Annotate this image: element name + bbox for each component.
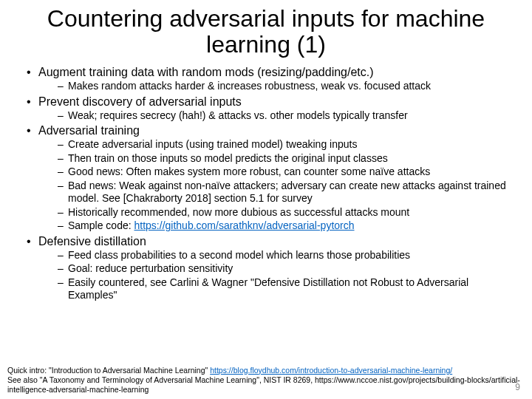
footer-link[interactable]: https://blog.floydhub.com/introduction-t… [210,366,452,375]
sub-list: Weak; requires secrecy (hah!) & attacks … [38,109,519,123]
footer-line-2: See also "A Taxonomy and Terminology of … [7,375,525,395]
sub-item: Historically recommended, now more dubio… [58,206,519,219]
bullet-list: Augment training data with random mods (… [13,65,519,302]
sub-item: Bad news: Weak against non-naïve attacke… [58,180,519,205]
bullet-item: Prevent discovery of adversarial inputs … [27,95,519,123]
bullet-text: Augment training data with random mods (… [38,66,374,78]
bullet-text: Defensive distillation [38,235,146,248]
sub-list: Create adversarial inputs (using trained… [38,138,519,233]
slide: Countering adversarial inputs for machin… [0,0,532,399]
sub-text-prefix: Sample code: [68,219,134,231]
sub-item: Feed class probabilities to a second mod… [58,249,519,262]
sub-item: Sample code: https://github.com/sarathkn… [58,219,519,233]
page-number: 9 [515,382,520,393]
sub-item: Good news: Often makes system more robus… [58,166,519,179]
sub-list: Makes random attacks harder & increases … [38,80,519,93]
slide-title: Countering adversarial inputs for machin… [13,6,519,58]
sub-item: Create adversarial inputs (using trained… [58,138,519,151]
sub-item: Makes random attacks harder & increases … [58,80,519,93]
footer-line-1: Quick intro: "Introduction to Adversaria… [7,366,525,375]
bullet-text: Adversarial training [38,124,140,137]
bullet-item: Augment training data with random mods (… [27,65,519,93]
sample-code-link[interactable]: https://github.com/sarathknv/adversarial… [134,219,355,231]
sub-item: Goal: reduce perturbation sensitivity [58,262,519,276]
sub-item: Easily countered, see Carlini & Wagner "… [58,276,519,302]
bullet-text: Prevent discovery of adversarial inputs [38,95,242,108]
bullet-item: Defensive distillation Feed class probab… [27,234,519,302]
bullet-item: Adversarial training Create adversarial … [27,123,519,233]
sub-item: Then train on those inputs so model pred… [58,152,519,166]
sub-list: Feed class probabilities to a second mod… [38,249,519,302]
footer: Quick intro: "Introduction to Adversaria… [7,366,525,395]
sub-item: Weak; requires secrecy (hah!) & attacks … [58,109,519,123]
footer-text: Quick intro: "Introduction to Adversaria… [7,366,210,375]
